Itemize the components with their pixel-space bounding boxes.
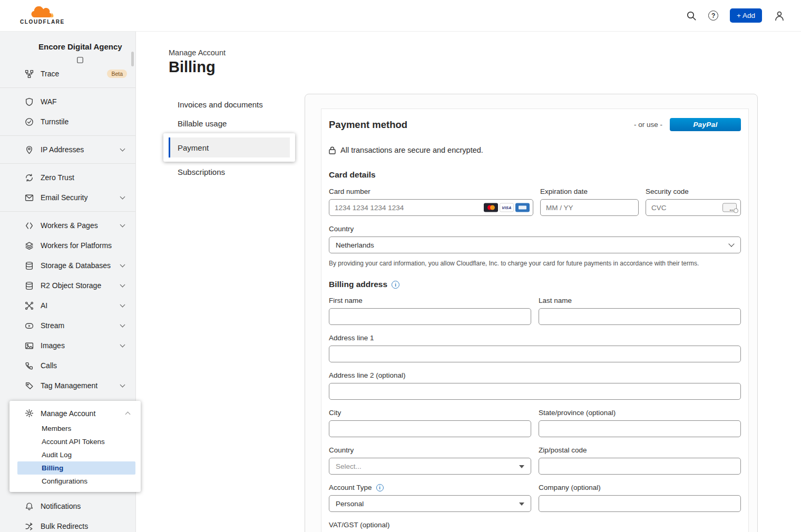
- sidebar-subitem-label: Audit Log: [42, 451, 72, 459]
- mastercard-icon: [484, 203, 498, 212]
- amex-icon: [515, 203, 530, 212]
- sidebar-item-label: Zero Trust: [41, 173, 127, 182]
- sidebar-item-label: IP Addresses: [41, 145, 114, 154]
- sidebar-item-ai[interactable]: AI: [0, 295, 135, 316]
- state-province-input[interactable]: [539, 420, 741, 437]
- sidebar-item-workers-for-platforms[interactable]: Workers for Platforms: [0, 235, 135, 255]
- card-number-label: Card number: [329, 188, 533, 195]
- first-name-label: First name: [329, 297, 531, 304]
- shield-icon: [25, 97, 34, 106]
- paypal-button[interactable]: PayPal: [670, 118, 741, 131]
- address-line-1-input[interactable]: [329, 346, 741, 362]
- cvc-card-icon: •••: [722, 203, 737, 212]
- manage-account-spotlight: Manage Account Members Account API Token…: [9, 401, 141, 492]
- sidebar-item-waf[interactable]: WAF: [0, 92, 135, 112]
- subnav-label: Invoices and documents: [178, 100, 263, 109]
- sidebar-item-tag-management[interactable]: Tag Management: [0, 376, 135, 396]
- company-input[interactable]: [539, 495, 741, 512]
- sidebar-item-calls[interactable]: Calls: [0, 356, 135, 376]
- chevron-up-icon: [125, 412, 131, 417]
- billing-address-heading-label: Billing address: [329, 280, 387, 289]
- sidebar-item-zero-trust[interactable]: Zero Trust: [0, 168, 135, 188]
- sidebar-subitem-account-api-tokens[interactable]: Account API Tokens: [9, 435, 141, 448]
- chevron-down-icon: [120, 262, 125, 268]
- expiration-date-input[interactable]: [540, 199, 639, 216]
- lock-icon: [329, 146, 336, 154]
- sidebar-item-workers-pages[interactable]: Workers & Pages: [0, 215, 135, 235]
- chevron-down-icon: [120, 194, 125, 200]
- zero-trust-icon: [25, 173, 34, 182]
- secure-note: All transactions are secure and encrypte…: [340, 146, 483, 154]
- address-line-2-label: Address line 2 (optional): [329, 371, 741, 379]
- sidebar-item-ip-addresses[interactable]: IP Addresses: [0, 140, 135, 160]
- fork-arrows-icon: [25, 522, 34, 531]
- user-avatar-icon[interactable]: [774, 10, 785, 22]
- address-country-select[interactable]: Select...: [329, 458, 531, 475]
- sidebar-item-bulk-redirects[interactable]: Bulk Redirects: [0, 516, 135, 532]
- sidebar-scrollbar[interactable]: [131, 52, 134, 66]
- expiration-date-label: Expiration date: [540, 188, 639, 195]
- subnav-billable-usage[interactable]: Billable usage: [169, 114, 305, 133]
- main-content: Manage Account Billing Invoices and docu…: [136, 32, 801, 532]
- sidebar-subitem-label: Members: [42, 425, 71, 432]
- sidebar-subitem-billing[interactable]: Billing: [17, 461, 135, 475]
- sidebar-item-stream[interactable]: Stream: [0, 316, 135, 336]
- sidebar-item-notifications[interactable]: Notifications: [0, 496, 135, 516]
- chevron-down-icon: [120, 222, 125, 228]
- sidebar-item-label: Trace: [41, 70, 102, 78]
- info-icon[interactable]: i: [376, 484, 384, 491]
- zip-postal-code-label: Zip/postal code: [539, 446, 741, 454]
- sidebar-item-trace[interactable]: Trace Beta: [0, 64, 135, 84]
- breadcrumb: Manage Account: [169, 48, 801, 57]
- database-icon: [25, 281, 34, 290]
- cloudflare-logo[interactable]: CLOUDFLARE: [20, 6, 65, 25]
- play-cloud-icon: [25, 321, 34, 330]
- sidebar-subitem-members[interactable]: Members: [9, 422, 141, 435]
- help-icon[interactable]: ?: [708, 11, 718, 21]
- subnav-payment[interactable]: Payment: [169, 137, 290, 157]
- sidebar-item-turnstile[interactable]: Turnstile: [0, 112, 135, 132]
- card-country-value: Netherlands: [336, 241, 374, 249]
- payment-method-panel: Payment method - or use - PayPal All tra…: [321, 109, 749, 532]
- card-details-heading-label: Card details: [329, 170, 376, 180]
- sidebar-subitem-configurations[interactable]: Configurations: [9, 475, 141, 488]
- sidebar-item-label: Manage Account: [41, 409, 119, 418]
- nodes-icon: [25, 301, 34, 310]
- sidebar-item-storage-databases[interactable]: Storage & Databases: [0, 255, 135, 275]
- sidebar-subitem-audit-log[interactable]: Audit Log: [9, 448, 141, 461]
- vat-gst-label: VAT/GST (optional): [329, 521, 531, 529]
- image-icon: [25, 341, 34, 350]
- info-icon[interactable]: i: [392, 281, 399, 289]
- search-icon[interactable]: [686, 11, 697, 21]
- sidebar-item-email-security[interactable]: Email Security: [0, 188, 135, 208]
- address-line-1-label: Address line 1: [329, 334, 741, 342]
- envelope-icon: [25, 193, 34, 202]
- zip-postal-code-input[interactable]: [539, 458, 741, 475]
- city-input[interactable]: [329, 420, 531, 437]
- card-brand-icons: VISA: [484, 203, 530, 212]
- sidebar-item-r2-object-storage[interactable]: R2 Object Storage: [0, 275, 135, 295]
- sidebar-item-partial[interactable]: [0, 56, 135, 64]
- subnav-subscriptions[interactable]: Subscriptions: [169, 162, 305, 181]
- address-line-2-input[interactable]: [329, 383, 741, 400]
- sidebar-item-images[interactable]: Images: [0, 336, 135, 356]
- last-name-input[interactable]: [539, 308, 741, 325]
- sidebar-item-label: Bulk Redirects: [41, 522, 127, 530]
- sidebar-subitem-label: Account API Tokens: [42, 438, 105, 446]
- account-type-select[interactable]: Personal: [329, 495, 531, 512]
- divider: [0, 87, 135, 88]
- sidebar-item-label: Tag Management: [41, 381, 114, 390]
- subnav-label: Subscriptions: [178, 168, 225, 176]
- sidebar-item-label: Stream: [41, 321, 114, 330]
- sidebar-item-label: Notifications: [41, 502, 127, 510]
- dropdown-arrow-icon: [519, 503, 524, 506]
- subnav-invoices-and-documents[interactable]: Invoices and documents: [169, 95, 305, 114]
- card-details-heading: Card details: [329, 170, 741, 180]
- sidebar-item-manage-account[interactable]: Manage Account: [9, 405, 141, 422]
- sidebar-item-label: Calls: [41, 361, 127, 370]
- first-name-input[interactable]: [329, 308, 531, 325]
- sidebar-item-label: Email Security: [41, 193, 114, 202]
- add-button[interactable]: + Add: [730, 8, 762, 23]
- billing-subnav: Invoices and documents Billable usage Pa…: [169, 94, 305, 181]
- card-country-select[interactable]: Netherlands: [329, 237, 741, 253]
